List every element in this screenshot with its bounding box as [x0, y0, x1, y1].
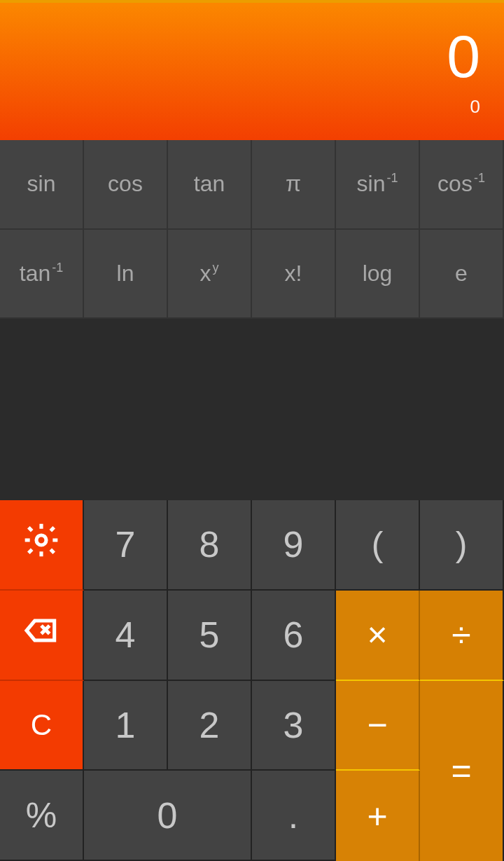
digit-5[interactable]: 5 [168, 591, 252, 681]
pow-sup: y [213, 261, 219, 275]
backspace-icon [20, 611, 62, 659]
digit-3[interactable]: 3 [252, 681, 336, 771]
asin-sup: -1 [386, 171, 398, 186]
divide-button[interactable]: ÷ [420, 591, 504, 681]
cos-button[interactable]: cos [84, 140, 168, 230]
acos-sup: -1 [474, 171, 485, 186]
digit-9[interactable]: 9 [252, 500, 336, 591]
display-panel: 0 0 [0, 3, 504, 140]
left-paren[interactable]: ( [336, 500, 420, 591]
acos-button[interactable]: cos-1 [420, 140, 504, 230]
equals-button[interactable]: = [420, 681, 504, 862]
display-sub: 0 [470, 96, 480, 118]
pow-base: x [200, 261, 211, 287]
pi-button[interactable]: π [252, 140, 336, 230]
settings-button[interactable] [0, 500, 84, 591]
svg-point-0 [36, 535, 46, 545]
tan-button[interactable]: tan [168, 140, 252, 230]
pow-button[interactable]: xy [168, 230, 252, 319]
fact-button[interactable]: x! [252, 230, 336, 319]
clear-button[interactable]: C [0, 681, 84, 771]
atan-button[interactable]: tan-1 [0, 230, 84, 319]
ln-button[interactable]: ln [84, 230, 168, 319]
atan-sup: -1 [52, 261, 63, 275]
multiply-button[interactable]: × [336, 591, 420, 681]
keypad: 7 8 9 ( ) 4 5 6 × ÷ C 1 2 3 − = % 0 . + [0, 500, 504, 861]
digit-1[interactable]: 1 [84, 681, 168, 771]
minus-button[interactable]: − [336, 681, 420, 771]
display-main: 0 [447, 26, 480, 86]
scientific-pad: sin cos tan π sin-1 cos-1 tan-1 ln xy x!… [0, 140, 504, 319]
digit-6[interactable]: 6 [252, 591, 336, 681]
sin-button[interactable]: sin [0, 140, 84, 230]
digit-4[interactable]: 4 [84, 591, 168, 681]
right-paren[interactable]: ) [420, 500, 504, 591]
asin-base: sin [357, 171, 386, 197]
backspace-button[interactable] [0, 591, 84, 681]
digit-7[interactable]: 7 [84, 500, 168, 591]
atan-base: tan [20, 261, 50, 287]
percent-button[interactable]: % [0, 771, 84, 861]
acos-base: cos [438, 171, 472, 197]
digit-0[interactable]: 0 [84, 771, 252, 861]
digit-8[interactable]: 8 [168, 500, 252, 591]
plus-button[interactable]: + [336, 771, 420, 861]
e-button[interactable]: e [420, 230, 504, 319]
empty-gap [0, 319, 504, 500]
gear-icon [22, 521, 61, 568]
asin-button[interactable]: sin-1 [336, 140, 420, 230]
log-button[interactable]: log [336, 230, 420, 319]
digit-2[interactable]: 2 [168, 681, 252, 771]
decimal-point[interactable]: . [252, 771, 336, 861]
